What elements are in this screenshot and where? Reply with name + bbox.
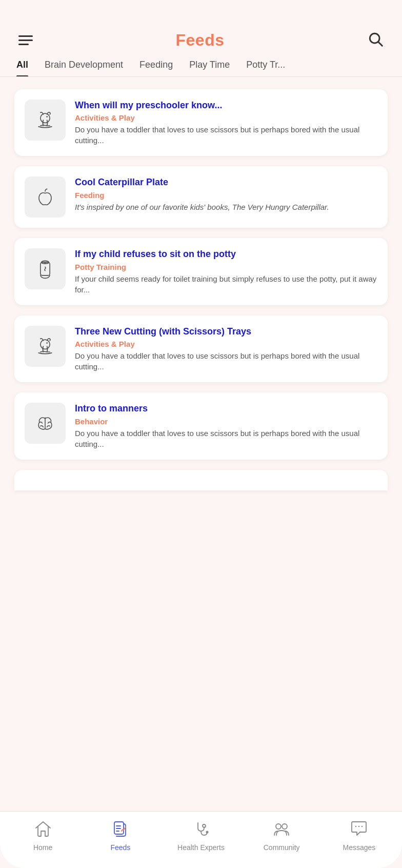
menu-icon[interactable] xyxy=(16,33,35,47)
nav-community[interactable]: Community xyxy=(261,820,302,852)
nav-community-label: Community xyxy=(264,843,300,852)
nav-home-label: Home xyxy=(33,843,52,852)
nav-feeds-label: Feeds xyxy=(110,843,130,852)
feed-icon-horse-4 xyxy=(25,326,66,367)
feed-card-content-1: When will my preschooler know... Activit… xyxy=(75,100,377,146)
feed-card-1[interactable]: When will my preschooler know... Activit… xyxy=(14,89,388,156)
feed-card-3[interactable]: If my child refuses to sit on the potty … xyxy=(14,238,388,305)
svg-point-3 xyxy=(46,116,48,117)
feed-title-3: If my child refuses to sit on the potty xyxy=(75,248,377,260)
feed-category-3: Potty Training xyxy=(75,263,377,271)
feed-card-5[interactable]: Intro to manners Behavior Do you have a … xyxy=(14,392,388,459)
tabs-container: All Brain Development Feeding Play Time … xyxy=(0,60,402,77)
feed-card-2[interactable]: Cool Caterpillar Plate Feeding It's insp… xyxy=(14,166,388,228)
svg-point-15 xyxy=(282,824,287,829)
feeds-icon xyxy=(111,820,130,840)
header: Feeds xyxy=(0,0,402,60)
feed-icon-toilet-3 xyxy=(25,248,66,289)
feed-desc-1: Do you have a toddler that loves to use … xyxy=(75,124,377,146)
feed-icon-brain-5 xyxy=(25,403,66,444)
feed-icon-horse-1 xyxy=(25,100,66,141)
feed-category-5: Behavior xyxy=(75,417,377,426)
stethoscope-icon xyxy=(192,820,210,840)
feed-category-1: Activities & Play xyxy=(75,113,377,122)
nav-messages[interactable]: Messages xyxy=(338,820,379,852)
page-title: Feeds xyxy=(176,31,225,50)
nav-health-experts[interactable]: Health Experts xyxy=(177,820,225,852)
svg-point-13 xyxy=(206,831,208,834)
feed-list: When will my preschooler know... Activit… xyxy=(0,77,402,811)
tab-brain-development[interactable]: Brain Development xyxy=(45,60,123,76)
search-icon[interactable] xyxy=(365,29,386,51)
feed-desc-2: It's inspired by one of our favorite kid… xyxy=(75,202,377,212)
feed-card-content-3: If my child refuses to sit on the potty … xyxy=(75,248,377,294)
svg-point-6 xyxy=(41,340,50,349)
feed-category-2: Feeding xyxy=(75,191,377,200)
feed-desc-5: Do you have a toddler that loves to use … xyxy=(75,428,377,449)
feed-card-content-2: Cool Caterpillar Plate Feeding It's insp… xyxy=(75,176,377,212)
messages-icon xyxy=(350,820,368,840)
nav-home[interactable]: Home xyxy=(23,820,64,852)
tab-feeding[interactable]: Feeding xyxy=(139,60,173,76)
feed-icon-apple-2 xyxy=(25,176,66,218)
svg-point-7 xyxy=(46,342,48,344)
feed-title-2: Cool Caterpillar Plate xyxy=(75,176,377,188)
feed-card-4[interactable]: Three New Cutting (with Scissors) Trays … xyxy=(14,315,388,382)
community-icon xyxy=(272,820,291,840)
phone-container: Feeds All Brain Development Feeding Play… xyxy=(0,0,402,868)
feed-desc-4: Do you have a toddler that loves to use … xyxy=(75,350,377,372)
feed-title-5: Intro to manners xyxy=(75,403,377,415)
tab-all[interactable]: All xyxy=(16,60,28,76)
partial-card-hint xyxy=(14,470,388,490)
svg-line-1 xyxy=(378,42,382,46)
nav-feeds[interactable]: Feeds xyxy=(100,820,141,852)
svg-point-2 xyxy=(41,113,50,123)
feed-category-4: Activities & Play xyxy=(75,340,377,348)
nav-messages-label: Messages xyxy=(343,843,375,852)
feed-card-content-5: Intro to manners Behavior Do you have a … xyxy=(75,403,377,449)
feed-title-1: When will my preschooler know... xyxy=(75,100,377,111)
feed-card-content-4: Three New Cutting (with Scissors) Trays … xyxy=(75,326,377,372)
feed-title-4: Three New Cutting (with Scissors) Trays xyxy=(75,326,377,338)
bottom-nav: Home Feeds xyxy=(0,811,402,868)
tab-potty-training[interactable]: Potty Tr... xyxy=(246,60,285,76)
feed-desc-3: If your child seems ready for toilet tra… xyxy=(75,273,377,295)
svg-point-14 xyxy=(276,824,281,829)
home-icon xyxy=(34,820,52,840)
nav-health-label: Health Experts xyxy=(177,843,225,852)
tab-play-time[interactable]: Play Time xyxy=(189,60,230,76)
svg-rect-8 xyxy=(114,822,124,834)
